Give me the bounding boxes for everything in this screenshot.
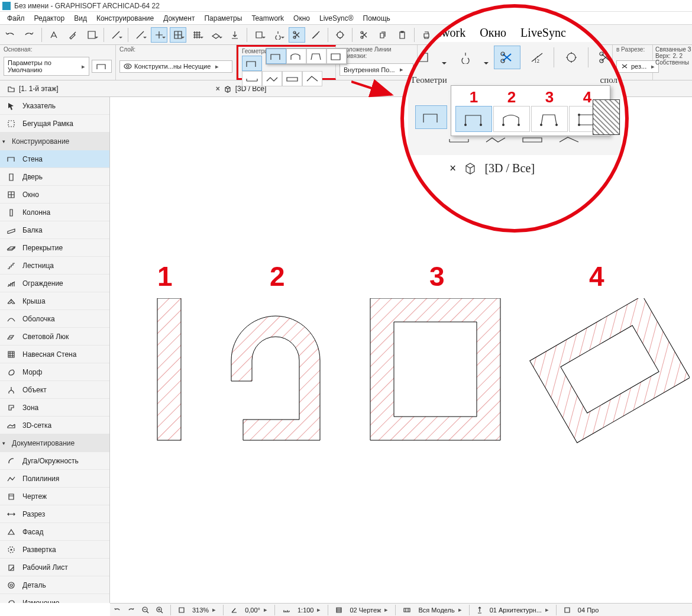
angle-icon[interactable] [227,607,241,614]
tool-railing[interactable]: Ограждение [0,275,109,292]
model-icon[interactable] [399,607,415,613]
tool-beam[interactable]: Балка [0,221,109,239]
eyedropper-button[interactable] [64,27,81,43]
snap-grid-button[interactable] [170,27,186,43]
nav-fwd-button[interactable] [124,607,138,614]
trim-button[interactable] [289,27,305,43]
layer-selector[interactable]: Конструкти...ны Несущие [119,60,232,73]
geom-sub-1[interactable] [242,71,262,86]
redo-button[interactable] [21,27,38,43]
tool-zone[interactable]: Зона [0,399,109,417]
tool-slab[interactable]: Перекрытие [0,239,109,257]
toolbox-document-header[interactable]: Документирование [0,434,109,452]
tool-morph[interactable]: Морф [0,363,109,381]
elevation-icon [6,527,17,537]
pick-button[interactable] [46,27,62,43]
tool-roof[interactable]: Крыша [0,292,109,310]
copy-button[interactable] [375,27,392,43]
geom-straight-button[interactable] [266,49,286,64]
close-icon[interactable]: × [216,85,220,93]
grid-button[interactable] [189,27,205,43]
suspend-button[interactable] [270,27,286,43]
gravity-button[interactable] [227,27,243,43]
menu-help[interactable]: Помощь [358,13,395,24]
menu-window[interactable]: Окно [289,13,315,24]
tool-drawing[interactable]: Чертеж [0,488,109,505]
default-settings-button[interactable]: Параметры по Умолчанию [4,57,89,76]
ruler-button[interactable] [108,27,124,43]
tool-arc[interactable]: Дуга/Окружность [0,452,109,470]
tool-pointer[interactable]: Указатель [0,97,109,115]
geom-method-selected[interactable] [242,56,262,71]
scale-value[interactable]: 1:100 [294,606,325,614]
angle-value[interactable]: 0,00° [241,606,271,614]
snap-guides-button[interactable] [151,27,167,43]
target-button[interactable] [332,27,348,43]
tool-elevation[interactable]: Фасад [0,523,109,541]
change-icon [6,598,17,604]
tool-column[interactable]: Колонна [0,204,109,221]
tool-door[interactable]: Дверь [0,168,109,186]
door-icon [6,172,17,182]
tool-stair[interactable]: Лестница [0,257,109,275]
scale-icon[interactable] [279,607,294,613]
tool-wall[interactable]: Стена [0,150,109,168]
plot-button[interactable] [437,27,454,43]
zoom-in-button[interactable] [153,607,167,614]
menu-document[interactable]: Документ [159,13,199,24]
tool-worksheet[interactable]: Рабочий Лист [0,559,109,576]
tool-curtain-wall[interactable]: Навесная Стена [0,346,109,363]
tool-polyline[interactable]: Полилиния [0,470,109,488]
renovation-value[interactable]: 01 Архитектурн... [486,606,552,614]
zoom-value[interactable]: 313% [189,606,219,614]
tool-object[interactable]: Объект [0,381,109,399]
print-button[interactable] [418,27,435,43]
renovation-icon[interactable] [473,607,486,614]
drawing-icon[interactable] [332,607,346,614]
drawing-value[interactable]: 02 Чертеж [346,606,392,614]
refline-selector[interactable]: Внутренняя По... [339,63,413,76]
geom-trapezoid-button[interactable] [306,49,326,64]
beam-icon [6,225,17,236]
tab-floorplan[interactable]: [1. 1-й этаж] [4,83,62,94]
menu-file[interactable]: Файл [2,13,30,24]
tool-mesh[interactable]: 3D-сетка [0,417,109,434]
eye-icon [124,63,132,69]
find-button[interactable] [83,27,100,43]
menu-design[interactable]: Конструирование [92,13,159,24]
model-value[interactable]: Вся Модель [415,606,465,614]
drawing-canvas[interactable]: 1 2 3 4 [110,97,692,603]
snap-point-button[interactable] [132,27,148,43]
cut-button[interactable] [356,27,373,43]
paste-button[interactable] [394,27,410,43]
other-icon[interactable] [560,607,574,614]
tool-detail[interactable]: Деталь [0,576,109,594]
tool-shell[interactable]: Оболочка [0,310,109,328]
menu-livesync[interactable]: LiveSync® [315,13,358,24]
geom-curved-button[interactable] [286,49,306,64]
fit-button[interactable] [174,607,189,614]
menu-edit[interactable]: Редактор [30,13,70,24]
plane-button[interactable] [208,27,224,43]
tool-marquee[interactable]: Бегущая Рамка [0,115,109,133]
nav-back-button[interactable] [110,607,124,614]
toolbox-design-header[interactable]: Конструирование [0,133,109,150]
geom-sub-3[interactable] [282,71,302,86]
tool-interior-elev[interactable]: Развертка [0,541,109,559]
tool-skylight[interactable]: Световой Люк [0,328,109,346]
geom-polygon-button[interactable] [326,49,347,64]
menu-teamwork[interactable]: Teamwork [247,13,289,24]
tool-window[interactable]: Окно [0,186,109,204]
undo-button[interactable] [2,27,19,43]
tool-section[interactable]: Разрез [0,505,109,523]
other-value[interactable]: 04 Про [574,607,602,614]
menu-view[interactable]: Вид [69,13,92,24]
geom-sub-2[interactable] [262,71,282,86]
menu-options[interactable]: Параметры [199,13,247,24]
geom-sub-4[interactable] [302,71,322,86]
wall-preview-icon[interactable] [92,60,112,73]
zoom-out-button[interactable] [138,607,153,614]
measure-button[interactable] [308,27,324,43]
element-button[interactable] [251,27,267,43]
tool-change[interactable]: Изменение [0,594,109,603]
